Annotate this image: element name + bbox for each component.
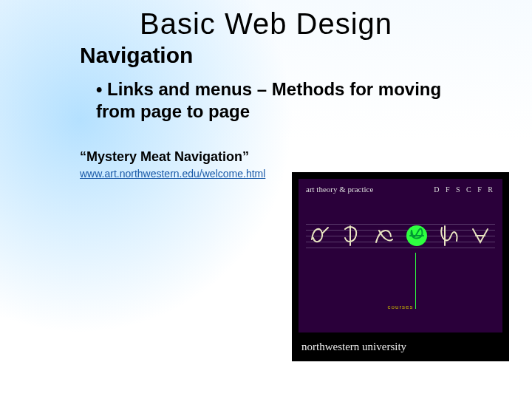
nav-glyph-row	[309, 217, 492, 254]
screenshot-topbar: art theory & practice D F S C F R	[306, 185, 495, 194]
nav-glyph-icon	[437, 223, 460, 248]
active-indicator-line	[415, 253, 416, 309]
nav-glyph-icon-active	[406, 223, 428, 248]
nav-glyph-icon	[470, 223, 492, 248]
example-link[interactable]: www.art.northwestern.edu/welcome.html	[80, 168, 265, 180]
slide-title: Basic Web Design	[0, 7, 532, 41]
screenshot-footer: northwestern university	[293, 332, 508, 361]
slide: Basic Web Design Navigation Links and me…	[0, 0, 532, 399]
section-heading: Navigation	[80, 43, 193, 68]
screenshot-body: art theory & practice D F S C F R	[299, 179, 502, 355]
subheading: “Mystery Meat Navigation”	[80, 149, 249, 165]
screenshot-brand-right: D F S C F R	[434, 185, 495, 194]
example-screenshot: art theory & practice D F S C F R	[292, 172, 509, 361]
screenshot-center-label: courses	[299, 304, 502, 310]
nav-glyph-icon	[373, 223, 395, 248]
nav-glyph-icon	[341, 223, 364, 248]
screenshot-brand-left: art theory & practice	[306, 185, 373, 194]
screenshot-footer-text: northwestern university	[301, 341, 406, 353]
nav-glyph-icon	[309, 223, 331, 248]
bullet-item: Links and menus – Methods for moving fro…	[96, 78, 480, 123]
